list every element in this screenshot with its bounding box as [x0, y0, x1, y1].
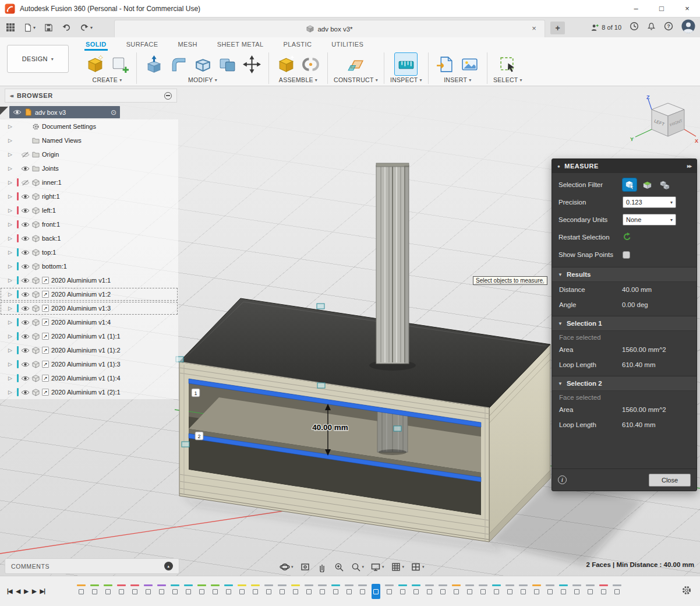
timeline-feature-13[interactable]	[238, 584, 246, 599]
visibility-eye-off-icon[interactable]	[21, 179, 30, 186]
comments-bar[interactable]: COMMENTS ▲	[5, 558, 179, 574]
timeline-feature-37[interactable]	[559, 584, 568, 599]
filter-bodies-button[interactable]	[623, 178, 637, 191]
ribbon-tab-mesh[interactable]: MESH	[176, 38, 198, 50]
visibility-eye-icon[interactable]	[21, 207, 30, 214]
browser-root-item[interactable]: adv box v3 ⊙	[9, 106, 120, 118]
browser-item-2020-aluminium-v1-3[interactable]: ▷↗2020 Aluminium v1:3	[0, 301, 178, 315]
browser-item-top-1[interactable]: ▷top:1	[0, 245, 178, 259]
expand-arrow-icon[interactable]: ▷	[8, 277, 15, 283]
visibility-eye-icon[interactable]	[21, 291, 30, 298]
timeline-feature-38[interactable]	[572, 584, 581, 599]
ribbon-tab-plastic[interactable]: PLASTIC	[282, 38, 313, 50]
timeline-feature-18[interactable]	[305, 584, 313, 599]
timeline-feature-19[interactable]	[318, 584, 327, 599]
expand-arrow-icon[interactable]: ▷	[8, 389, 15, 395]
go-to-end-button[interactable]: ▶|	[40, 588, 45, 594]
timeline-feature-3[interactable]	[104, 584, 112, 599]
new-document-button[interactable]: +	[550, 22, 565, 34]
visibility-eye-icon[interactable]	[21, 249, 30, 256]
snap-points-checkbox[interactable]	[623, 251, 630, 259]
group-label-construct[interactable]: CONSTRUCT ▾	[334, 76, 378, 83]
timeline-feature-31[interactable]	[479, 584, 487, 599]
expand-arrow-icon[interactable]: ▷	[8, 319, 15, 325]
timeline-feature-2[interactable]	[90, 584, 99, 599]
visibility-eye-icon[interactable]	[21, 319, 30, 326]
select-button[interactable]	[497, 53, 519, 75]
activate-component-radio[interactable]: ⊙	[111, 108, 116, 117]
visibility-eye-icon[interactable]	[21, 221, 30, 228]
ribbon-tab-solid[interactable]: SOLID	[84, 38, 108, 50]
root-expand-icon[interactable]	[0, 107, 8, 115]
browser-item-2020-aluminium-v1-1-3[interactable]: ▷↗2020 Aluminium v1 (1):3	[0, 357, 178, 371]
job-status-badge[interactable]: 8 of 10	[591, 23, 621, 32]
group-label-assemble[interactable]: ASSEMBLE ▾	[279, 76, 317, 83]
visibility-eye-icon[interactable]	[21, 165, 30, 172]
maximize-button[interactable]: □	[649, 0, 674, 17]
go-to-beginning-button[interactable]: |◀	[7, 588, 12, 594]
section-collapse-icon[interactable]: ▼	[558, 272, 563, 277]
timeline-feature-1[interactable]	[77, 584, 86, 599]
timeline-feature-29[interactable]	[452, 584, 461, 599]
browser-item-front-1[interactable]: ▷front:1	[0, 217, 178, 231]
timeline-feature-24[interactable]	[385, 584, 394, 599]
visibility-eye-icon[interactable]	[21, 347, 30, 354]
measure-button[interactable]	[395, 53, 417, 75]
expand-arrow-icon[interactable]: ▷	[8, 207, 15, 213]
expand-arrow-icon[interactable]: ▷	[8, 375, 15, 381]
avatar[interactable]	[681, 19, 695, 36]
visibility-eye-icon[interactable]	[21, 361, 30, 368]
create-base-feature-button[interactable]	[108, 53, 130, 75]
timeline-feature-39[interactable]	[586, 584, 595, 599]
browser-header[interactable]: ◂◂ BROWSER	[5, 89, 177, 103]
browser-item-2020-aluminium-v1-1-2[interactable]: ▷↗2020 Aluminium v1 (1):2	[0, 343, 178, 357]
visibility-eye-icon[interactable]	[21, 389, 30, 396]
timeline-feature-36[interactable]	[546, 584, 554, 599]
visibility-eye-icon[interactable]	[21, 305, 30, 312]
section-header-selection-2[interactable]: ▼Selection 2	[552, 376, 697, 391]
insert-svg-button[interactable]	[434, 53, 457, 75]
visibility-eye-icon[interactable]	[21, 263, 30, 270]
fillet-button[interactable]	[167, 53, 189, 75]
display-settings-tool[interactable]: ▾	[370, 562, 384, 572]
timeline-feature-25[interactable]	[398, 584, 407, 599]
browser-item-left-1[interactable]: ▷left:1	[0, 203, 178, 217]
browser-item-2020-aluminium-v1-2-1[interactable]: ▷↗2020 Aluminium v1 (2):1	[0, 385, 178, 399]
workspace-switcher[interactable]: DESIGN ▾	[7, 45, 69, 73]
document-tab[interactable]: adv box v3* ×	[114, 20, 545, 37]
browser-item-named-views[interactable]: ▷Named Views	[0, 133, 178, 147]
section-header-selection-1[interactable]: ▼Selection 1	[552, 316, 697, 331]
browser-item-2020-aluminium-v1-1[interactable]: ▷↗2020 Aluminium v1:1	[0, 273, 178, 287]
zoom-tool[interactable]	[334, 562, 344, 572]
joint-button[interactable]	[299, 53, 321, 75]
info-icon[interactable]: i	[558, 475, 567, 484]
filter-components-button[interactable]	[657, 178, 671, 191]
timeline-feature-40[interactable]	[599, 584, 608, 599]
close-tab-icon[interactable]: ×	[529, 24, 539, 33]
play-button[interactable]: ▶	[24, 588, 28, 594]
timeline-feature-10[interactable]	[197, 584, 206, 599]
collapse-panel-icon[interactable]: ◂◂	[10, 93, 12, 98]
browser-item-document-settings[interactable]: ▷Document Settings	[0, 119, 178, 133]
create-form-button[interactable]	[84, 53, 106, 75]
bell-icon[interactable]	[647, 22, 656, 33]
visibility-eye-icon[interactable]	[21, 193, 30, 200]
browser-item-joints[interactable]: ▷Joints	[0, 161, 178, 175]
timeline-feature-41[interactable]	[613, 584, 621, 599]
timeline-feature-8[interactable]	[171, 584, 179, 599]
filter-faces-button[interactable]	[640, 178, 654, 191]
collapse-all-icon[interactable]	[164, 92, 172, 100]
precision-select[interactable]: 0.123 ▾	[623, 196, 676, 208]
browser-item-origin[interactable]: ▷Origin	[0, 147, 178, 161]
expand-arrow-icon[interactable]: ▷	[8, 165, 15, 171]
timeline-feature-14[interactable]	[251, 584, 260, 599]
viewports-tool[interactable]: ▾	[411, 562, 425, 572]
look-at-tool[interactable]	[300, 562, 310, 572]
help-icon[interactable]: ?	[664, 22, 673, 33]
redo-button[interactable]: ▾	[80, 23, 93, 32]
browser-item-right-1[interactable]: ▷right:1	[0, 189, 178, 203]
timeline-feature-21[interactable]	[345, 584, 353, 599]
orbit-tool[interactable]: ▾	[280, 562, 294, 572]
timeline-feature-11[interactable]	[211, 584, 220, 599]
construction-plane-button[interactable]	[345, 53, 367, 75]
